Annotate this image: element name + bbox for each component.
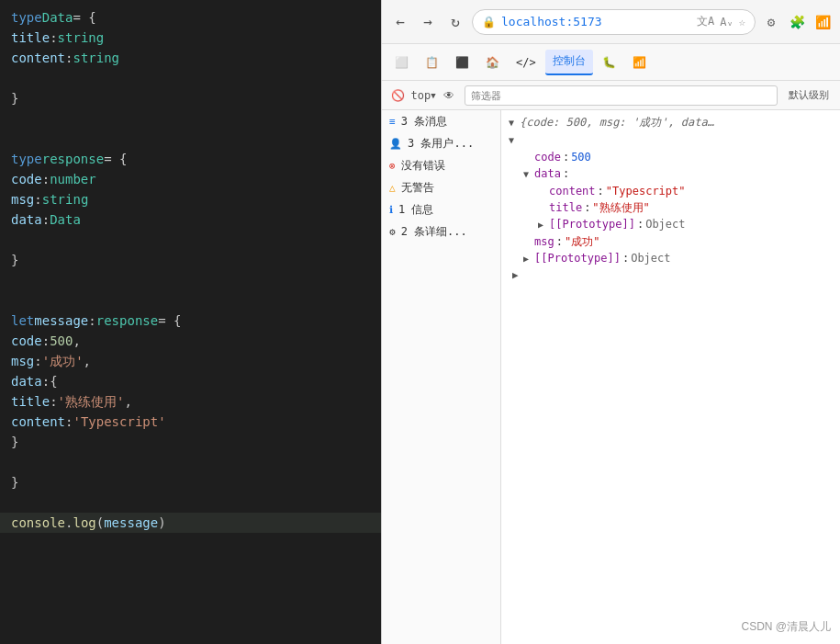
expand-arrow[interactable]: [523, 166, 534, 183]
devtools-panel: 🚫 top ▼ 👁 默认级别 ≡3 条消息👤3 条用户...⊗没有错误△无警告ℹ…: [382, 81, 840, 644]
obj-key: msg: [534, 233, 554, 250]
wifi-icon[interactable]: 📶: [812, 12, 833, 32]
debugger-tab[interactable]: 🐛: [595, 50, 623, 75]
translate-icon: 文A: [697, 14, 714, 29]
console-sidebar-item[interactable]: 👤3 条用户...: [382, 132, 500, 154]
collapse-arrow[interactable]: [523, 251, 534, 267]
code-line: [0, 230, 381, 250]
obj-colon: :: [598, 183, 604, 199]
devtools-clear-btn[interactable]: 🚫: [387, 85, 408, 106]
code-line: content: 'Typescript': [0, 412, 381, 432]
sidebar-icon: ⊗: [389, 160, 396, 172]
arrow-right: ▶: [512, 267, 519, 284]
address-bar[interactable]: 🔒 localhost:5173 文A Aᵥ ☆: [472, 9, 756, 35]
sidebar-label: 2 条详细...: [401, 224, 467, 240]
home-tab[interactable]: 🏠: [478, 50, 507, 75]
console-tab-label: 控制台: [553, 53, 586, 69]
console-main: {code: 500, msg: '成功', data…code:500data…: [501, 110, 840, 644]
code-line: title: string: [0, 28, 381, 48]
obj-value: "熟练使用": [592, 199, 649, 216]
obj-row: msg:"成功": [509, 233, 833, 250]
console-sidebar-item[interactable]: ℹ1 信息: [382, 198, 500, 220]
code-line: [0, 492, 381, 513]
screenshot-tab[interactable]: 📋: [418, 50, 446, 75]
sidebar-label: 没有错误: [401, 158, 445, 174]
obj-key: title: [549, 199, 582, 216]
sidebar-label: 1 信息: [398, 202, 433, 218]
obj-value: 500: [571, 149, 591, 165]
sidebar-icon: ℹ: [389, 204, 393, 216]
summary-text: {code: 500, msg: '成功', data…: [520, 114, 714, 130]
code-line: let message: response = {: [0, 311, 381, 331]
sidebar-icon: ⚙: [389, 226, 396, 238]
devtools-toolbar: 🚫 top ▼ 👁 默认级别: [382, 81, 840, 110]
code-line: title: '熟练使用',: [0, 391, 381, 412]
page-tab[interactable]: ⬜: [387, 50, 416, 75]
console-sidebar: ≡3 条消息👤3 条用户...⊗没有错误△无警告ℹ1 信息⚙2 条详细...: [382, 110, 501, 644]
code-line: type response = {: [0, 149, 381, 169]
browser-topbar: ← → ↻ 🔒 localhost:5173 文A Aᵥ ☆ ⚙ 🧩 📶: [382, 0, 840, 44]
browser-toolbar: ⬜ 📋 ⬛ 🏠 </> 控制台 🐛 📶: [382, 44, 840, 81]
level-selector[interactable]: 默认级别: [783, 88, 834, 102]
forward-button[interactable]: →: [417, 11, 439, 33]
refresh-button[interactable]: ↻: [444, 11, 466, 33]
obj-key: content: [549, 183, 596, 199]
code-line: [0, 290, 381, 311]
obj-colon: :: [637, 216, 644, 232]
lock-icon: 🔒: [482, 16, 496, 28]
code-line: }: [0, 432, 381, 452]
code-line: [0, 108, 381, 129]
code-line: }: [0, 88, 381, 108]
obj-colon: :: [622, 250, 629, 266]
obj-colon: :: [584, 199, 590, 216]
console-sidebar-item[interactable]: ⚙2 条详细...: [382, 220, 500, 243]
code-line: type Data = {: [0, 7, 381, 28]
code-line: console.log(message): [0, 513, 381, 533]
sidebar-label: 3 条消息: [401, 114, 447, 130]
code-line: [0, 452, 381, 472]
console-sidebar-item[interactable]: ≡3 条消息: [382, 110, 500, 132]
filter-input[interactable]: [465, 85, 778, 106]
obj-key: code: [534, 149, 561, 165]
sidebar-icon: 👤: [389, 138, 402, 150]
obj-key: [[Prototype]]: [549, 216, 635, 232]
obj-colon: :: [563, 165, 569, 182]
device-tab[interactable]: ⬛: [448, 50, 476, 75]
console-output: {code: 500, msg: '成功', data…code:500data…: [501, 114, 840, 284]
settings-icon[interactable]: ⚙: [761, 12, 781, 32]
code-line: }: [0, 472, 381, 492]
code-line: data: Data: [0, 209, 381, 230]
obj-row: data:: [509, 165, 833, 183]
standalone-arrow[interactable]: ▶: [509, 267, 833, 284]
code-editor: type Data = { title: string content: str…: [0, 0, 381, 644]
obj-value: Object: [645, 216, 685, 232]
read-icon: Aᵥ: [720, 16, 733, 28]
console-sidebar-item[interactable]: △无警告: [382, 176, 500, 198]
obj-colon: :: [563, 149, 569, 165]
obj-row: [509, 132, 833, 149]
expand-arrow[interactable]: [509, 132, 520, 149]
obj-row: [[Prototype]]:Object: [509, 250, 833, 267]
obj-key: [[Prototype]]: [534, 250, 621, 266]
back-button[interactable]: ←: [389, 11, 411, 33]
obj-row: [[Prototype]]:Object: [509, 216, 833, 233]
source-tab[interactable]: </>: [509, 50, 543, 75]
obj-key: data: [534, 165, 561, 182]
code-line: code: number: [0, 169, 381, 189]
extensions-icon[interactable]: 🧩: [787, 12, 807, 32]
console-area: ≡3 条消息👤3 条用户...⊗没有错误△无警告ℹ1 信息⚙2 条详细... {…: [382, 110, 840, 644]
url-text: localhost:5173: [501, 15, 691, 28]
top-label: top: [410, 89, 431, 102]
console-tab[interactable]: 控制台: [545, 50, 593, 75]
expand-arrow[interactable]: [509, 115, 520, 131]
console-sidebar-item[interactable]: ⊗没有错误: [382, 154, 500, 176]
console-summary: {code: 500, msg: '成功', data…: [509, 114, 833, 132]
obj-row: title:"熟练使用": [509, 199, 833, 216]
network-tab[interactable]: 📶: [625, 50, 654, 75]
obj-value: Object: [631, 250, 670, 266]
collapse-arrow[interactable]: [538, 217, 549, 233]
code-line: [0, 68, 381, 88]
devtools-top-btn[interactable]: top ▼: [413, 85, 433, 106]
devtools-eye-btn[interactable]: 👁: [439, 85, 459, 106]
code-line: msg: string: [0, 189, 381, 209]
